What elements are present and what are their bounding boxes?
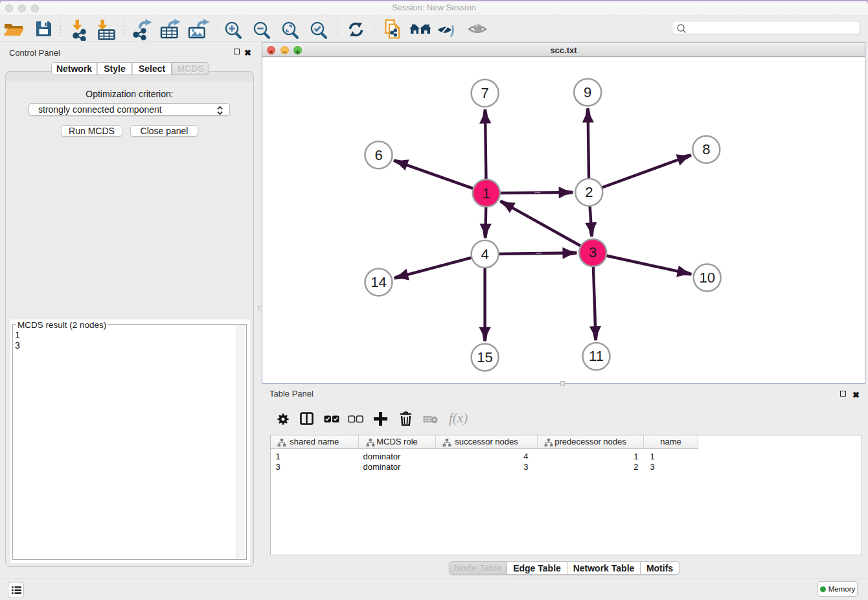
svg-text:8: 8 — [702, 141, 710, 157]
svg-text:1: 1 — [483, 185, 490, 202]
svg-text:6: 6 — [374, 147, 382, 163]
svg-text:11: 11 — [589, 348, 604, 364]
svg-text:9: 9 — [584, 84, 591, 100]
svg-text:10: 10 — [699, 270, 714, 286]
svg-text:3: 3 — [589, 244, 597, 260]
svg-text:2: 2 — [585, 184, 593, 200]
svg-text:4: 4 — [481, 246, 488, 262]
svg-text:15: 15 — [477, 349, 492, 365]
svg-text:14: 14 — [371, 274, 386, 290]
svg-text:7: 7 — [481, 85, 488, 101]
